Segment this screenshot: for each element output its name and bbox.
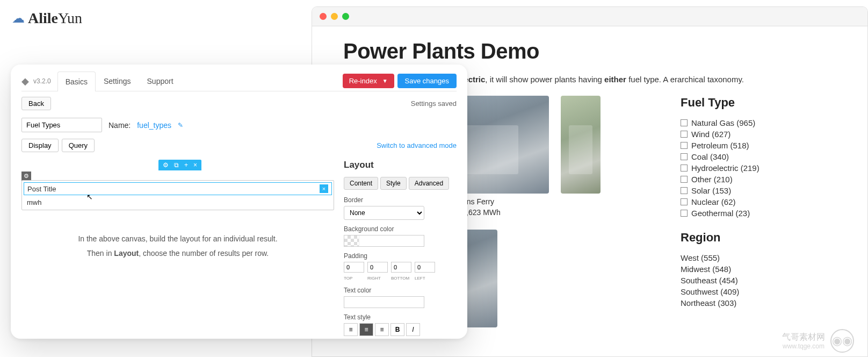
checkbox-icon[interactable]	[681, 131, 688, 138]
facet-item[interactable]: Other (210)	[681, 174, 836, 185]
checkbox-icon[interactable]	[681, 165, 688, 172]
canvas-toolbar: ⚙ ⧉ + ×	[158, 160, 201, 170]
checkbox-icon[interactable]	[681, 176, 688, 183]
subtab-display[interactable]: Display	[21, 139, 59, 152]
facet-sidebar: Fuel Type Natural Gas (965) Wind (627) P…	[681, 96, 836, 327]
save-button[interactable]: Save changes	[397, 74, 457, 88]
name-value: fuel_types	[137, 121, 171, 130]
layout-canvas[interactable]: Post Title × ↖ mwh	[21, 180, 334, 210]
subtab-query[interactable]: Query	[62, 139, 95, 152]
bgcolor-label: Background color	[344, 225, 457, 233]
textcolor-label: Text color	[344, 287, 457, 294]
textcolor-input[interactable]	[344, 296, 424, 308]
tab-basics[interactable]: Basics	[57, 72, 96, 91]
italic-button[interactable]: I	[406, 323, 420, 336]
pad-right-input[interactable]	[367, 262, 388, 273]
facet-item[interactable]: Southeast (454)	[681, 275, 836, 286]
facet-item[interactable]: Wind (627)	[681, 128, 836, 140]
gear-icon[interactable]: ⚙	[163, 161, 169, 169]
border-label: Border	[344, 196, 457, 204]
bold-button[interactable]: B	[390, 323, 404, 336]
edit-icon[interactable]: ✎	[178, 122, 183, 129]
diamond-icon: ◆	[21, 75, 29, 87]
facet-item[interactable]: Hydroelectric (219)	[681, 162, 836, 174]
align-right-button[interactable]: ≡	[375, 323, 389, 336]
layout-heading: Layout	[344, 160, 457, 170]
back-button[interactable]: Back	[21, 97, 51, 110]
name-label: Name:	[108, 121, 131, 130]
result-image	[561, 96, 601, 194]
minimize-window-icon[interactable]	[331, 13, 338, 20]
facet-item[interactable]: Coal (340)	[681, 151, 836, 162]
logo-text: AlileYun	[28, 10, 82, 27]
align-center-button[interactable]: ≡	[359, 323, 373, 336]
result-card[interactable]	[561, 96, 601, 218]
switch-advanced-link[interactable]: Switch to advanced mode	[377, 141, 457, 149]
cloud-icon: ☁	[12, 11, 25, 26]
checkbox-icon[interactable]	[681, 187, 688, 194]
canvas-item-mwh[interactable]: mwh	[24, 197, 332, 208]
checkbox-icon[interactable]	[681, 142, 688, 149]
layout-tab-style[interactable]: Style	[380, 177, 407, 190]
caret-down-icon: ▼	[382, 78, 388, 84]
facet-fuel-list: Natural Gas (965) Wind (627) Petroleum (…	[681, 117, 836, 219]
tab-support[interactable]: Support	[139, 71, 182, 91]
watermark: 气哥素材网 www.tqge.com ◉◉	[782, 329, 854, 353]
facet-item[interactable]: Nuclear (62)	[681, 196, 836, 208]
layout-tab-advanced[interactable]: Advanced	[409, 177, 449, 190]
textstyle-label: Text style	[344, 313, 457, 321]
layout-tab-content[interactable]: Content	[344, 177, 378, 190]
pad-left-input[interactable]	[415, 262, 435, 273]
facet-item[interactable]: Midwest (548)	[681, 263, 836, 275]
close-icon[interactable]: ×	[193, 161, 197, 169]
maximize-window-icon[interactable]	[342, 13, 349, 20]
border-select[interactable]: None	[344, 206, 424, 220]
tab-settings[interactable]: Settings	[96, 71, 139, 91]
admin-topbar: ◆ v3.2.0 Basics Settings Support Re-inde…	[21, 71, 457, 91]
facet-region-title: Region	[681, 231, 836, 245]
canvas-hint: In the above canvas, build the layout fo…	[21, 232, 334, 260]
facet-name-input[interactable]	[21, 118, 102, 132]
reindex-button[interactable]: Re-index ▼	[343, 74, 394, 88]
facet-item[interactable]: Petroleum (518)	[681, 140, 836, 151]
bgcolor-input[interactable]	[344, 235, 424, 247]
checkbox-icon[interactable]	[681, 210, 688, 217]
pad-top-input[interactable]	[344, 262, 364, 273]
status-saved: Settings saved	[411, 99, 457, 108]
plus-icon[interactable]: +	[184, 161, 188, 169]
facet-fuel-title: Fuel Type	[681, 96, 836, 110]
pad-bottom-input[interactable]	[391, 262, 411, 273]
facet-item[interactable]: Natural Gas (965)	[681, 117, 836, 128]
gear-icon[interactable]: ⚙	[21, 172, 31, 181]
facet-region-list: West (555) Midwest (548) Southeast (454)…	[681, 252, 836, 309]
checkbox-icon[interactable]	[681, 153, 688, 160]
facet-item[interactable]: Northeast (303)	[681, 297, 836, 309]
face-icon: ◉◉	[830, 329, 854, 353]
canvas-item-post-title[interactable]: Post Title ×	[24, 182, 332, 195]
padding-label: Padding	[344, 252, 457, 260]
window-titlebar	[312, 7, 867, 26]
duplicate-icon[interactable]: ⧉	[174, 161, 179, 169]
checkbox-icon[interactable]	[681, 198, 688, 205]
align-left-button[interactable]: ≡	[344, 323, 358, 336]
page-title: Power Plants Demo	[343, 39, 836, 63]
facet-item[interactable]: Geothermal (23)	[681, 208, 836, 219]
close-window-icon[interactable]	[320, 13, 327, 20]
logo: ☁ AlileYun	[12, 10, 82, 27]
admin-panel: ◆ v3.2.0 Basics Settings Support Re-inde…	[11, 65, 467, 339]
cursor-icon: ↖	[86, 192, 93, 201]
facet-item[interactable]: Southwest (409)	[681, 286, 836, 297]
facet-item[interactable]: West (555)	[681, 252, 836, 263]
close-icon[interactable]: ×	[320, 184, 328, 193]
checkbox-icon[interactable]	[681, 119, 688, 126]
facet-item[interactable]: Solar (153)	[681, 185, 836, 196]
version-label: v3.2.0	[33, 77, 51, 85]
